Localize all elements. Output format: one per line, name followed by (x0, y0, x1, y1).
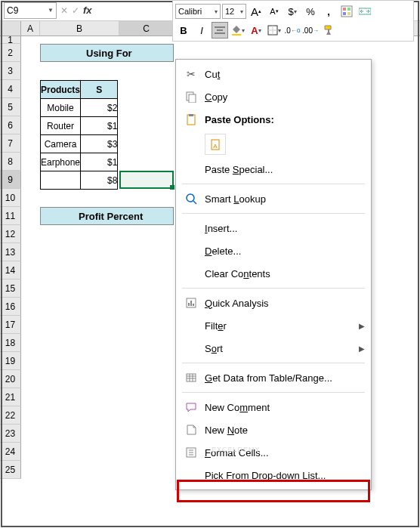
format-painter-button[interactable] (320, 22, 337, 39)
row-header-22[interactable]: 22 (0, 406, 21, 425)
percent-button[interactable]: % (302, 3, 319, 20)
table-row: Router $1 (41, 117, 118, 135)
decrease-font-button[interactable]: A▾ (266, 3, 283, 20)
menu-separator (182, 184, 365, 184)
header-products[interactable]: Products (41, 81, 81, 99)
fx-icon[interactable]: fx (83, 5, 92, 16)
menu-quick-analysis[interactable]: Quick AnalysisQuick Analysis (176, 292, 371, 314)
row-header-24[interactable]: 24 (0, 443, 21, 461)
paste-icon (182, 112, 200, 127)
cell-empty[interactable] (41, 171, 81, 190)
menu-delete[interactable]: Delete...Delete... (176, 239, 371, 262)
row-header-17[interactable]: 17 (0, 316, 21, 334)
menu-separator (182, 363, 365, 363)
row-header-16[interactable]: 16 (0, 298, 21, 316)
header-sales[interactable]: S (81, 81, 118, 99)
quick-analysis-icon (182, 295, 200, 310)
menu-pick-list[interactable]: Pick From Drop-down List...Pick From Dro… (176, 464, 371, 486)
cell-product[interactable]: Camera (41, 135, 81, 153)
italic-button[interactable]: I (193, 22, 210, 39)
col-header-a[interactable]: A (21, 21, 40, 36)
row-header-5[interactable]: 5 (0, 98, 21, 116)
profit-label[interactable]: Profit Percent (40, 207, 174, 225)
menu-filter[interactable]: FilterFilter ▶ (176, 314, 371, 337)
cell-product[interactable]: Earphone (41, 153, 81, 171)
font-size-select[interactable]: 12▾ (222, 4, 246, 19)
row-header-12[interactable]: 12 (0, 225, 21, 243)
selection-outline (119, 171, 174, 189)
merge-button[interactable] (357, 3, 373, 20)
increase-decimal-button[interactable]: .0←0 (284, 22, 301, 39)
menu-new-comment[interactable]: New CommentNew Comment (176, 396, 371, 418)
menu-format-cells[interactable]: Format Cells...Format Cells... (176, 441, 371, 464)
decrease-decimal-button[interactable]: .00→ (302, 22, 319, 39)
menu-sort[interactable]: SortSort ▶ (176, 337, 371, 360)
copy-icon (182, 89, 200, 104)
menu-copy[interactable]: CopyCopy (176, 85, 371, 108)
svg-rect-23 (190, 301, 192, 306)
cell-sale[interactable]: $1 (81, 117, 118, 135)
borders-button[interactable]: ▾ (266, 22, 283, 39)
font-color-button[interactable]: A▾ (248, 22, 264, 39)
row-header-9[interactable]: 9 (0, 171, 21, 189)
comma-button[interactable]: , (320, 3, 337, 20)
col-header-c[interactable]: C (119, 21, 174, 36)
increase-font-button[interactable]: A▴ (248, 3, 264, 20)
row-header-25[interactable]: 25 (0, 461, 21, 479)
svg-rect-3 (343, 12, 346, 15)
row-header-15[interactable]: 15 (0, 279, 21, 298)
row-header-21[interactable]: 21 (0, 388, 21, 406)
cell-sale[interactable]: $3 (81, 135, 118, 153)
row-header-14[interactable]: 14 (0, 261, 21, 279)
table-row: Earphone $1 (41, 153, 118, 171)
menu-get-data[interactable]: Get Data from Table/Range...Get Data fro… (176, 366, 371, 389)
fill-color-button[interactable]: ▾ (230, 22, 246, 39)
cell-product[interactable]: Mobile (41, 99, 81, 117)
row-header-7[interactable]: 7 (0, 134, 21, 153)
svg-rect-25 (187, 374, 196, 381)
svg-point-19 (187, 194, 194, 202)
sheet-title[interactable]: Using For (40, 44, 174, 62)
confirm-fx-icon[interactable]: ✓ (72, 5, 79, 16)
cell-total[interactable]: $8 (81, 171, 118, 190)
row-header-18[interactable]: 18 (0, 334, 21, 352)
row-header-10[interactable]: 10 (0, 189, 21, 207)
cond-format-button[interactable] (338, 3, 355, 20)
row-header-20[interactable]: 20 (0, 370, 21, 388)
col-header-b[interactable]: B (40, 21, 119, 36)
row-header-23[interactable]: 23 (0, 425, 21, 443)
cell-sale[interactable]: $1 (81, 153, 118, 171)
row-header-11[interactable]: 11 (0, 207, 21, 225)
watermark: EXCELDEMY (212, 446, 261, 453)
svg-rect-1 (343, 8, 346, 11)
comment-icon (182, 400, 200, 415)
menu-cut[interactable]: ✂ CutCut (176, 63, 371, 85)
menu-clear-contents[interactable]: Clear ContentsClear Contents (176, 262, 371, 285)
menu-insert[interactable]: Insert...Insert... (176, 217, 371, 239)
name-box-value: C9 (7, 5, 48, 16)
row-header-13[interactable]: 13 (0, 243, 21, 261)
align-center-button[interactable] (212, 22, 228, 39)
name-box[interactable]: C9 ▼ (4, 2, 57, 19)
menu-paste-special[interactable]: Paste Special...Paste Special... (176, 158, 371, 181)
context-menu: ✂ CutCut CopyCopy Paste Options: A Paste… (175, 59, 372, 490)
font-name-select[interactable]: Calibri▾ (175, 4, 221, 19)
bold-button[interactable]: B (175, 22, 192, 39)
row-header-3[interactable]: 3 (0, 62, 21, 80)
row-header-4[interactable]: 4 (0, 80, 21, 98)
menu-smart-lookup[interactable]: Smart LookupSmart Lookup (176, 187, 371, 210)
chevron-down-icon[interactable]: ▼ (48, 7, 54, 14)
row-header-2[interactable]: 2 (0, 44, 21, 62)
row-header-6[interactable]: 6 (0, 116, 21, 134)
cell-product[interactable]: Router (41, 117, 81, 135)
table-row: Camera $3 (41, 135, 118, 153)
cancel-fx-icon[interactable]: ✕ (60, 5, 68, 16)
currency-button[interactable]: $▾ (284, 3, 301, 20)
row-header-1[interactable]: 1 (0, 36, 21, 44)
paste-keep-formatting-button[interactable]: A (205, 134, 226, 155)
row-header-19[interactable]: 19 (0, 352, 21, 370)
menu-new-note[interactable]: New NoteNew Note (176, 418, 371, 441)
row-header-8[interactable]: 8 (0, 153, 21, 171)
select-all-corner[interactable] (0, 21, 21, 36)
cell-sale[interactable]: $2 (81, 99, 118, 117)
